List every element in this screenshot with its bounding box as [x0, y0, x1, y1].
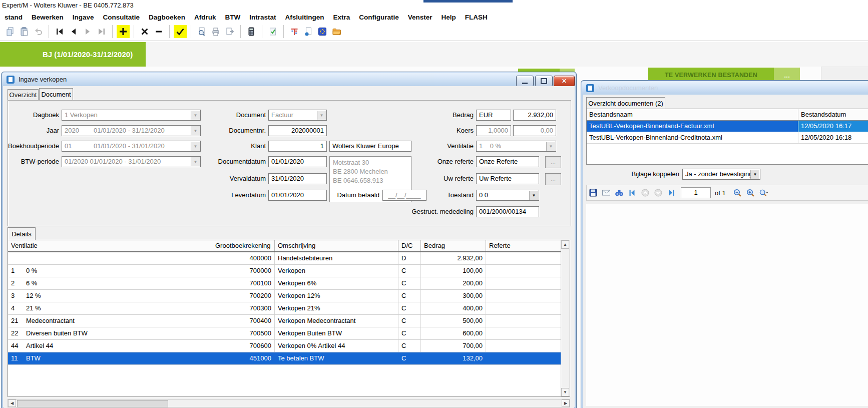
chevron-down-icon[interactable]: ▼	[529, 191, 538, 200]
minimize-button[interactable]	[516, 76, 534, 87]
ingave-titlebar[interactable]: Ingave verkopen	[2, 73, 576, 86]
details-row[interactable]: 44Artikel 44 700600 Verkopen 0% Artikel …	[8, 340, 570, 352]
documentnr-field[interactable]: 202000001	[268, 125, 327, 136]
confirm-icon[interactable]	[174, 25, 187, 38]
onze-referte-field[interactable]: Onze Referte	[476, 156, 539, 167]
vervaldatum-field[interactable]: 31/01/2020	[268, 173, 327, 184]
bedrag-field[interactable]: 2.932,00	[513, 110, 556, 121]
intrastat-eu-icon[interactable]	[316, 25, 329, 38]
app-titlebar[interactable]: Expert/M - Wolters Kluwer - BE 0405.772.…	[0, 0, 868, 11]
close-button[interactable]: ✕	[554, 76, 575, 87]
add-icon[interactable]	[117, 25, 130, 38]
menu-item[interactable]: BTW	[220, 12, 245, 23]
nav-last-icon[interactable]	[95, 25, 108, 38]
calculator-icon[interactable]	[245, 25, 258, 38]
documentdatum-field[interactable]: 01/01/2020	[268, 156, 327, 167]
remove-icon[interactable]	[152, 25, 165, 38]
details-row[interactable]: 22Diversen buiten BTW 700500 Verkopen Bu…	[8, 327, 570, 340]
btw-periode-combo[interactable]: 01/2020 01/01/2020 - 31/01/2020▼	[62, 156, 201, 167]
first-page-icon[interactable]	[626, 187, 639, 199]
menu-item[interactable]: Venster	[403, 12, 437, 23]
koers-field[interactable]: 1,0000	[476, 125, 511, 136]
menu-item[interactable]: stand	[0, 12, 27, 23]
hscroll-thumb[interactable]	[17, 400, 168, 407]
toestand-combo[interactable]: 0 0▼	[476, 190, 539, 201]
scroll-left-icon[interactable]: ◀	[8, 399, 16, 407]
zoom-in-icon[interactable]	[744, 187, 757, 199]
binoculars-icon[interactable]	[613, 187, 626, 199]
menu-item[interactable]: Afdruk	[190, 12, 221, 23]
tab-overzicht[interactable]: Overzicht	[8, 89, 39, 100]
menu-item[interactable]: Extra	[328, 12, 354, 23]
print-preview-icon[interactable]	[195, 25, 208, 38]
details-row[interactable]: 21Medecontractant 700400 Verkopen Medeco…	[8, 315, 570, 327]
nav-first-icon[interactable]	[53, 25, 66, 38]
details-vscrollbar[interactable]: ▲ ▼	[561, 240, 570, 396]
onze-referte-more-button[interactable]: ...	[545, 156, 561, 168]
details-row[interactable]: 10 % 700000 Verkopen C 100,00	[8, 265, 570, 277]
chevron-down-icon[interactable]: ▼	[317, 111, 326, 120]
scroll-up-icon[interactable]: ▲	[561, 240, 569, 249]
open-folder-icon[interactable]	[330, 25, 343, 38]
page-number-input[interactable]: 1	[681, 187, 711, 198]
email-icon[interactable]	[600, 187, 613, 199]
document-export-icon[interactable]	[302, 25, 315, 38]
nav-prev-icon[interactable]	[67, 25, 80, 38]
copy-icon[interactable]	[4, 25, 17, 38]
menu-item[interactable]: Configuratie	[354, 12, 403, 23]
menu-item[interactable]: Bewerken	[27, 12, 68, 23]
zoom-out-icon[interactable]	[731, 187, 744, 199]
details-hscrollbar[interactable]: ◀ ▶	[8, 399, 570, 407]
dagboek-combo[interactable]: 1 Verkopen▼	[62, 110, 201, 121]
tab-document[interactable]: Document	[39, 88, 73, 100]
validate-icon[interactable]	[266, 25, 279, 38]
print-icon[interactable]	[209, 25, 222, 38]
journal-icon[interactable]	[288, 25, 301, 38]
restore-button[interactable]	[535, 76, 553, 87]
zoom-select-icon[interactable]	[757, 187, 770, 199]
last-page-icon[interactable]	[665, 187, 678, 199]
menu-item[interactable]: Consultatie	[99, 12, 145, 23]
menu-item[interactable]: Help	[437, 12, 460, 23]
bedrag-currency-field[interactable]: EUR	[476, 110, 511, 121]
save-icon[interactable]	[587, 187, 600, 199]
uw-referte-field[interactable]: Uw Referte	[476, 173, 539, 184]
klant-number-field[interactable]: 1	[268, 141, 327, 152]
chevron-down-icon[interactable]: ▼	[546, 142, 555, 151]
document-combo[interactable]: Factuur▼	[268, 110, 327, 121]
uw-referte-more-button[interactable]: ...	[545, 173, 561, 185]
undo-icon[interactable]	[32, 25, 45, 38]
menu-item[interactable]: Afsluitingen	[280, 12, 328, 23]
tab-overzicht-documenten[interactable]: Overzicht documenten (2)	[586, 97, 665, 109]
details-row[interactable]: 421 % 700300 Verkopen 21% C 400,00	[8, 302, 570, 315]
next-page-icon[interactable]	[652, 187, 665, 199]
prev-page-icon[interactable]	[639, 187, 652, 199]
document-row[interactable]: TestUBL-Verkopen-Binnenland-Factuur.xml …	[587, 121, 868, 132]
details-row[interactable]: 11BTW 451000 Te betalen BTW C 132,00	[8, 352, 570, 365]
menu-item[interactable]: FLASH	[461, 12, 492, 23]
menu-item[interactable]: Dagboeken	[144, 12, 190, 23]
menu-item[interactable]: Intrastat	[245, 12, 280, 23]
boekhoudperiode-combo[interactable]: 0101/01/2020 - 31/01/2020▼	[62, 141, 201, 152]
bijlage-koppelen-combo[interactable]: Ja - zonder bevestiging▼	[682, 169, 760, 180]
gestruct-mededeling-field[interactable]: 001/2000/00134	[476, 206, 539, 217]
koers-result-field[interactable]: 0,00	[513, 125, 556, 136]
tab-boekjaar[interactable]: BJ (1/01/2020-31/12/2020)	[0, 42, 146, 67]
chevron-down-icon[interactable]: ▼	[750, 170, 759, 179]
delete-icon[interactable]	[138, 25, 151, 38]
nav-next-icon[interactable]	[81, 25, 94, 38]
scroll-right-icon[interactable]: ▶	[562, 399, 570, 407]
document-row[interactable]: TestUBL-Verkopen-Binnenland-Creditnota.x…	[587, 132, 868, 144]
ventilatie-combo[interactable]: 1 0 %▼	[476, 141, 556, 152]
leverdatum-field[interactable]: 01/01/2020	[268, 190, 327, 201]
details-row[interactable]: 400000 Handelsdebiteuren D 2.932,00	[8, 252, 570, 265]
verkoop-titlebar[interactable]: Verkoopdocumenten	[582, 81, 868, 95]
menu-item[interactable]: Ingave	[68, 12, 99, 23]
export-icon[interactable]	[223, 25, 236, 38]
tab-details[interactable]: Details	[8, 227, 36, 240]
jaar-combo[interactable]: 202001/01/2020 - 31/12/2020▼	[62, 125, 201, 136]
details-row[interactable]: 312 % 700200 Verkopen 12% C 300,00	[8, 290, 570, 302]
paste-icon[interactable]	[18, 25, 31, 38]
details-row[interactable]: 26 % 700100 Verkopen 6% C 200,00	[8, 277, 570, 290]
scroll-down-icon[interactable]: ▼	[561, 388, 569, 396]
